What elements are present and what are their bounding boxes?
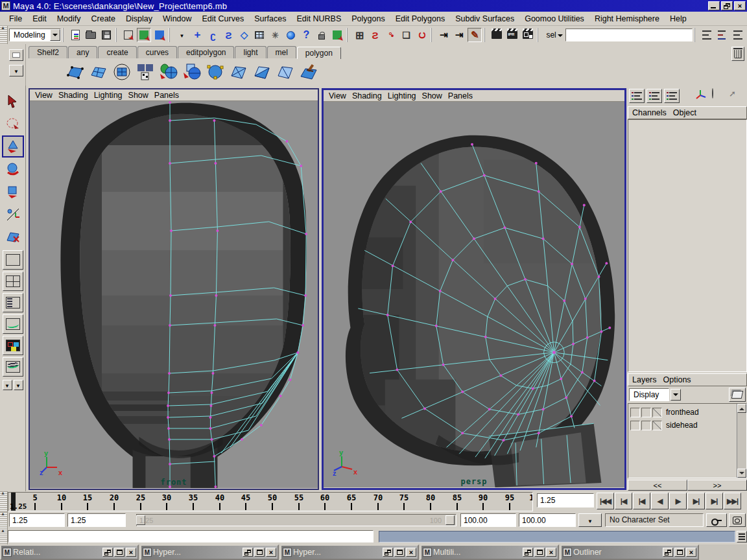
make-live-button[interactable] <box>252 28 267 42</box>
go-to-end-button[interactable]: ▶▶| <box>724 493 741 509</box>
scale-tool-button[interactable] <box>2 181 24 203</box>
layout-single-pane-button[interactable] <box>3 250 23 270</box>
layout-persp-graph-button[interactable] <box>3 357 23 377</box>
show-attribute-editor-button[interactable] <box>699 28 713 42</box>
point-snap-toggle-button[interactable] <box>383 28 397 42</box>
minimized-window-outliner[interactable]: M Outliner × <box>560 544 699 560</box>
channels-menu[interactable]: Channels <box>632 108 673 118</box>
toolbar-separator[interactable] <box>169 28 172 42</box>
scroll-down-button[interactable] <box>737 469 746 478</box>
menu-right-hemisphere[interactable]: Right Hemisphere <box>589 13 665 25</box>
layer-playback-checkbox[interactable] <box>641 421 651 430</box>
menu-window[interactable]: Window <box>158 13 196 25</box>
time-slider-drag-handle[interactable] <box>0 491 8 512</box>
close-button[interactable]: × <box>546 548 556 557</box>
layout-outliner-persp-button[interactable] <box>3 293 23 312</box>
pager-prev-button[interactable]: << <box>628 480 687 491</box>
last-tool-button[interactable] <box>2 226 24 248</box>
render-current-frame-button[interactable] <box>490 28 504 42</box>
shelf-tab-switch-button[interactable] <box>9 65 23 76</box>
menu-display[interactable]: Display <box>121 13 158 25</box>
character-set-label[interactable]: No Character Set <box>605 513 704 527</box>
layer-name[interactable]: sidehead <box>663 421 698 430</box>
layout-hypershade-button[interactable] <box>3 336 23 355</box>
move-tool-button[interactable] <box>2 135 24 158</box>
minimized-window-multilister[interactable]: M Multili... × <box>420 544 559 560</box>
construction-history-button[interactable] <box>283 28 298 42</box>
menu-create[interactable]: Create <box>86 13 121 25</box>
step-forward-frame-button[interactable]: ▶| <box>687 493 705 509</box>
menu-edit-curves[interactable]: Edit Curves <box>197 13 250 25</box>
object-menu[interactable]: Object <box>673 108 703 118</box>
viewport-menu-view[interactable]: View <box>35 90 58 100</box>
menu-help[interactable]: Help <box>665 13 692 25</box>
viewport-menu-panels[interactable]: Panels <box>154 90 185 100</box>
shelf-tab-curves[interactable]: curves <box>137 46 177 58</box>
snap-to-points-button[interactable] <box>221 28 235 42</box>
command-line-input[interactable] <box>8 530 374 542</box>
maximize-button[interactable] <box>114 548 124 557</box>
menu-edit-polygons[interactable]: Edit Polygons <box>390 13 450 25</box>
toolbar-separator[interactable] <box>62 28 66 42</box>
menu-file[interactable]: File <box>4 13 27 25</box>
curve-snap-toggle-button[interactable] <box>368 28 382 42</box>
new-scene-button[interactable] <box>68 28 82 42</box>
layer-name[interactable]: fronthead <box>663 408 699 417</box>
layer-playback-checkbox[interactable] <box>641 408 651 417</box>
paint-effects-button[interactable] <box>468 28 482 42</box>
toolbar-separator[interactable] <box>431 28 434 42</box>
range-slider-track[interactable]: 1.25 100 <box>136 514 456 526</box>
menu-edit-nurbs[interactable]: Edit NURBS <box>291 13 346 25</box>
channel-box-layout-button-1[interactable] <box>629 89 645 103</box>
viewport-menu-panels[interactable]: Panels <box>448 91 479 101</box>
help-button[interactable] <box>299 28 313 42</box>
viewport-front[interactable]: View Shading Lighting Show Panels <box>29 88 319 490</box>
step-back-key-button[interactable]: |◀ <box>615 493 632 509</box>
restore-button[interactable] <box>663 548 673 557</box>
shelf-tab-editpolygon[interactable]: editpolygon <box>178 46 234 58</box>
current-time-field[interactable] <box>537 493 594 508</box>
lasso-tool-button[interactable] <box>2 113 24 135</box>
minimized-window-hypergraph-1[interactable]: M Hyper... × <box>140 544 279 560</box>
viewport-menu-lighting[interactable]: Lighting <box>94 90 128 100</box>
maximize-button[interactable] <box>674 548 685 557</box>
layer-row-fronthead[interactable]: fronthead <box>630 406 736 419</box>
show-tool-settings-button[interactable] <box>715 28 729 42</box>
layer-display-type-checkbox[interactable] <box>652 421 662 430</box>
select-by-object-button[interactable] <box>137 28 151 42</box>
step-forward-key-button[interactable]: ▶| <box>706 493 723 509</box>
show-manipulator-tool-button[interactable] <box>2 204 24 226</box>
menu-goomoo-utilities[interactable]: Goomoo Utilities <box>519 13 589 25</box>
manipulator-axis-button[interactable] <box>695 89 711 103</box>
close-button[interactable]: × <box>406 548 416 557</box>
restore-button[interactable] <box>383 548 393 557</box>
create-layer-button[interactable] <box>729 388 746 402</box>
playback-start-field[interactable] <box>9 513 65 527</box>
minimized-window-hypergraph-2[interactable]: M Hyper... × <box>280 544 419 560</box>
toolbar-separator[interactable] <box>694 28 698 42</box>
toolbar-separator[interactable] <box>346 28 350 42</box>
help-line-toggle-button[interactable] <box>737 531 747 542</box>
shelf-trash-button[interactable] <box>731 47 744 61</box>
rotate-tool-button[interactable] <box>2 158 24 180</box>
snap-relations-button[interactable] <box>268 28 282 42</box>
layout-graph-persp-button[interactable] <box>3 314 23 334</box>
lock-selection-button[interactable] <box>314 28 329 42</box>
render-globals-button[interactable] <box>521 28 535 42</box>
close-button[interactable]: × <box>266 548 276 557</box>
go-to-start-button[interactable]: |◀◀ <box>597 493 614 509</box>
layer-visibility-checkbox[interactable] <box>630 408 640 417</box>
layer-display-mode-select[interactable]: Display <box>629 388 669 401</box>
character-set-dropdown-button[interactable] <box>578 513 602 527</box>
viewport-menu-view[interactable]: View <box>329 91 352 101</box>
auto-keyframe-button[interactable] <box>729 513 746 527</box>
shelf-tab-menu-button[interactable] <box>9 49 23 61</box>
maximize-button[interactable] <box>394 548 405 557</box>
snap-to-grids-button[interactable] <box>190 28 204 42</box>
toolbar-drag-handle[interactable] <box>0 26 8 44</box>
viewport-menu-shading[interactable]: Shading <box>352 91 388 101</box>
step-back-frame-button[interactable]: |◀ <box>633 493 650 509</box>
shelf-tab-any[interactable]: any <box>68 46 97 58</box>
menu-edit[interactable]: Edit <box>27 13 52 25</box>
selection-mask-expand-button[interactable] <box>174 28 189 42</box>
